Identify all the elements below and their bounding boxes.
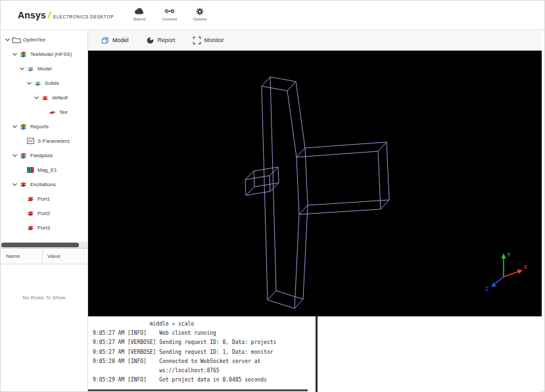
- tree-item-label: Excitations: [30, 182, 56, 187]
- chevron-down-icon[interactable]: [34, 95, 40, 101]
- cloud-icon: [134, 7, 145, 16]
- chevron-down-icon[interactable]: [5, 37, 11, 43]
- console-log-text: middle = scale 9:05:27 AM [INFO] Web cli…: [88, 316, 316, 385]
- chevron-down-icon[interactable]: [12, 153, 18, 159]
- tree-item-s-parameters[interactable]: S Parameters: [1, 134, 87, 148]
- axis-x-label: X: [523, 264, 527, 270]
- tree-item-teemodel-hfss[interactable]: TeeModel (HFSS): [1, 47, 87, 61]
- folder-icon: [12, 36, 22, 43]
- tree-item-solids[interactable]: Solids: [1, 76, 87, 90]
- tree-indent-spacer: [19, 167, 26, 173]
- monitor-tab-icon: [193, 36, 201, 45]
- ansys-logo: Ansys / ELECTRONICS DESKTOP: [18, 10, 114, 20]
- port-icon: [26, 195, 36, 203]
- view-tabs: ModelReportMonitor: [88, 30, 542, 51]
- tree-indent-spacer: [41, 109, 47, 115]
- project-tree: OptimTeeTeeModel (HFSS)ModelSolidsdefaul…: [1, 30, 87, 242]
- port-icon: [26, 210, 36, 217]
- tree-item-label: Mag_E1: [37, 167, 57, 173]
- brand-name: Ansys: [18, 10, 46, 20]
- console-panel: middle = scale 9:05:27 AM [INFO] Web cli…: [88, 316, 542, 392]
- chevron-down-icon[interactable]: [12, 124, 18, 130]
- tree-item-label: default: [52, 95, 68, 101]
- tree-item-model[interactable]: Model: [1, 61, 87, 76]
- reports-icon: [19, 123, 29, 130]
- tree-item-label: Fieldplots: [30, 153, 53, 159]
- properties-header: Name Value: [1, 249, 87, 264]
- tree-item-label: Tee: [59, 109, 68, 115]
- console-log-pane: middle = scale 9:05:27 AM [INFO] Web cli…: [88, 316, 316, 392]
- axis-z-label: Z: [485, 285, 489, 292]
- tree-indent-spacer: [19, 225, 26, 231]
- tee-wireframe-model: [88, 51, 542, 316]
- tree-item-label: Model: [37, 66, 52, 72]
- 3d-viewport[interactable]: YXZ: [88, 51, 542, 316]
- toolbar-button-label: Connect: [162, 17, 177, 21]
- tree-item-label: Port3: [37, 225, 50, 231]
- fieldplots-icon: [19, 152, 29, 159]
- tree-item-optimtee[interactable]: OptimTee: [1, 32, 87, 47]
- tree-item-label: Port1: [37, 196, 50, 202]
- app-header: Ansys / ELECTRONICS DESKTOP SubmitConnec…: [1, 1, 544, 30]
- connect-button[interactable]: Connect: [158, 7, 181, 21]
- tree-item-label: S Parameters: [37, 138, 70, 144]
- console-secondary-pane: [318, 316, 542, 392]
- tree-horizontal-scrollbar[interactable]: [1, 242, 87, 248]
- project-tree-panel: OptimTeeTeeModel (HFSS)ModelSolidsdefaul…: [1, 30, 88, 391]
- gear-icon: [195, 7, 204, 16]
- part-icon: [48, 109, 58, 116]
- tab-model[interactable]: Model: [92, 30, 137, 50]
- tree-item-mag-e1[interactable]: Mag_E1: [1, 162, 87, 177]
- tab-report[interactable]: Report: [137, 30, 184, 50]
- connect-icon: [164, 7, 175, 16]
- brand-slash-icon: /: [48, 10, 51, 20]
- console-horizontal-scrollbar[interactable]: [88, 389, 308, 391]
- report-tab-icon: [146, 36, 154, 45]
- tab-label: Monitor: [204, 37, 224, 43]
- tree-item-reports[interactable]: Reports: [1, 119, 87, 134]
- tree-item-port3[interactable]: Port3: [1, 220, 87, 235]
- scrollbar-thumb[interactable]: [1, 243, 79, 247]
- model-icon: [26, 65, 36, 72]
- solids-icon: [34, 80, 43, 87]
- fieldplot-icon: [26, 166, 36, 174]
- tree-item-fieldplots[interactable]: Fieldplots: [1, 148, 87, 162]
- material-icon: [41, 94, 51, 101]
- tab-label: Report: [158, 37, 176, 43]
- tree-item-port2[interactable]: Port2: [1, 206, 87, 220]
- sparams-icon: [26, 137, 36, 145]
- tree-indent-spacer: [19, 138, 26, 144]
- options-button[interactable]: Options: [189, 7, 211, 21]
- tree-indent-spacer: [19, 196, 26, 202]
- properties-panel: Name Value No Rows To Show: [1, 248, 87, 301]
- properties-empty-message: No Rows To Show: [1, 295, 87, 301]
- axis-y-label: Y: [507, 251, 511, 258]
- toolbar-button-label: Submit: [133, 17, 146, 21]
- submit-button[interactable]: Submit: [128, 7, 151, 21]
- tree-item-tee[interactable]: Tee: [1, 105, 87, 119]
- chevron-down-icon[interactable]: [12, 51, 18, 57]
- tab-monitor[interactable]: Monitor: [184, 30, 233, 50]
- model-tab-icon: [101, 36, 109, 45]
- column-header-name[interactable]: Name: [1, 249, 43, 264]
- chevron-down-icon[interactable]: [19, 66, 26, 72]
- excitations-icon: [19, 181, 29, 188]
- app-window: Ansys / ELECTRONICS DESKTOP SubmitConnec…: [0, 0, 545, 392]
- hfss-icon: [19, 51, 29, 58]
- chevron-down-icon[interactable]: [12, 182, 18, 187]
- tree-item-label: TeeModel (HFSS): [30, 51, 72, 57]
- tab-label: Model: [112, 37, 129, 43]
- tree-item-label: Reports: [30, 124, 49, 130]
- tree-item-label: Port2: [37, 210, 50, 216]
- tree-indent-spacer: [19, 210, 26, 216]
- tree-item-label: Solids: [45, 80, 59, 86]
- orientation-axes-triad[interactable]: YXZ: [481, 247, 529, 294]
- chevron-down-icon[interactable]: [26, 80, 33, 86]
- tree-item-default[interactable]: default: [1, 90, 87, 105]
- port-icon: [26, 224, 36, 232]
- brand-subtitle: ELECTRONICS DESKTOP: [53, 14, 114, 19]
- tree-item-port1[interactable]: Port1: [1, 191, 87, 206]
- tree-item-excitations[interactable]: Excitations: [1, 177, 87, 191]
- toolbar-button-label: Options: [193, 17, 207, 21]
- column-header-value[interactable]: Value: [43, 249, 60, 264]
